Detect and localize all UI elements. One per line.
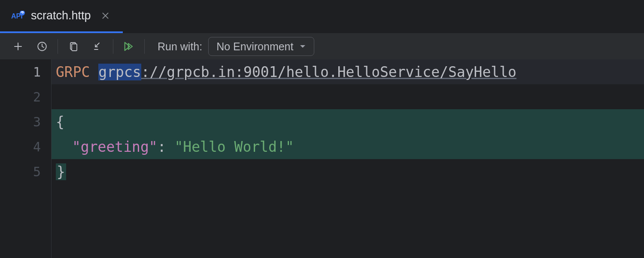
- chevron-down-icon: [299, 44, 306, 49]
- separator: [58, 39, 58, 54]
- line-number: 4: [0, 134, 51, 159]
- editor[interactable]: 1 2 3 4 5 GRPC grpcs://grpcb.in:9001/hel…: [0, 59, 644, 258]
- json-key: "greeting": [72, 138, 158, 155]
- examples-button[interactable]: [64, 37, 83, 56]
- code-line[interactable]: [52, 84, 644, 109]
- json-value: "Hello World!": [174, 138, 294, 155]
- url-scheme-selected: grpcs: [98, 64, 141, 80]
- http-method: GRPC: [56, 64, 90, 80]
- json-brace-close: }: [56, 163, 66, 180]
- history-button[interactable]: [33, 37, 52, 56]
- separator: [144, 39, 145, 54]
- line-number: 1: [0, 59, 51, 84]
- add-request-button[interactable]: [9, 37, 27, 56]
- svg-rect-6: [72, 44, 77, 51]
- url-remainder: ://grpcb.in:9001/hello.HelloService/SayH…: [141, 64, 516, 80]
- code-line[interactable]: {: [52, 109, 644, 134]
- code-area[interactable]: GRPC grpcs://grpcb.in:9001/hello.HelloSe…: [52, 59, 644, 258]
- gutter: 1 2 3 4 5: [0, 59, 52, 258]
- code-line[interactable]: GRPC grpcs://grpcb.in:9001/hello.HelloSe…: [52, 59, 644, 84]
- tab-title: scratch.http: [31, 9, 91, 22]
- line-number: 5: [0, 159, 51, 184]
- environment-select[interactable]: No Environment: [208, 37, 314, 56]
- tab-bar: API scratch.http: [0, 0, 644, 34]
- separator: [113, 39, 113, 54]
- run-all-button[interactable]: [119, 37, 138, 56]
- tab-scratch-http[interactable]: API scratch.http: [0, 0, 123, 33]
- code-line[interactable]: "greeting": "Hello World!": [52, 134, 644, 159]
- json-colon: :: [158, 138, 175, 155]
- environment-value: No Environment: [216, 40, 293, 53]
- line-number: 3: [0, 109, 51, 134]
- http-toolbar: Run with: No Environment: [0, 34, 644, 59]
- close-icon[interactable]: [100, 10, 112, 22]
- line-number: 2: [0, 84, 51, 109]
- import-button[interactable]: [88, 37, 107, 56]
- run-with-label: Run with:: [158, 40, 202, 53]
- json-brace-open: {: [56, 114, 64, 130]
- api-file-icon: API: [11, 11, 25, 21]
- code-line[interactable]: }: [52, 159, 644, 184]
